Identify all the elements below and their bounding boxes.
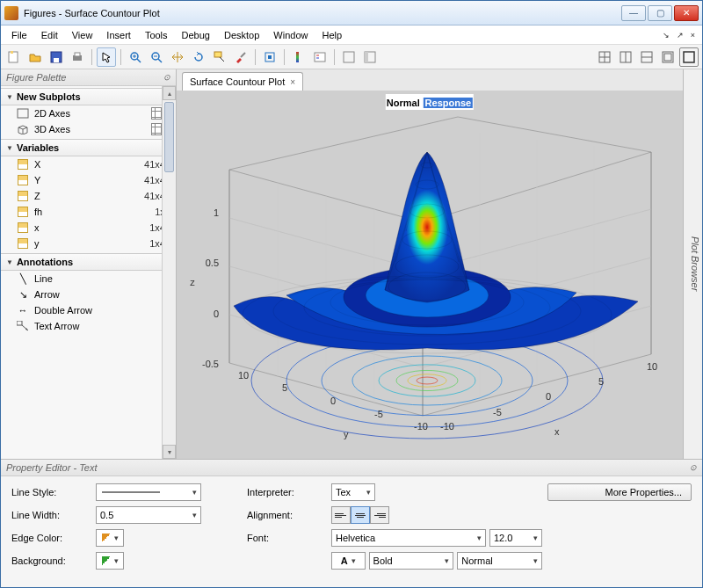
font-family-select[interactable]: Helvetica <box>331 529 486 547</box>
label-alignment: Alignment: <box>247 510 326 520</box>
section-annotations[interactable]: Annotations <box>1 253 176 271</box>
label-interpreter: Interpreter: <box>247 487 326 497</box>
interpreter-select[interactable]: Tex <box>331 483 375 501</box>
figure-title[interactable]: Normal Response <box>386 94 474 110</box>
new-figure-icon[interactable] <box>4 47 24 67</box>
dock-close-icon[interactable]: × <box>687 29 699 41</box>
var-row[interactable]: Z41x41 <box>1 188 176 204</box>
palette-scrollbar[interactable]: ▴▾ <box>162 86 176 459</box>
zoom-in-icon[interactable] <box>126 47 145 67</box>
menu-desktop[interactable]: Desktop <box>217 27 266 43</box>
var-row[interactable]: Y41x41 <box>1 172 176 188</box>
edgecolor-picker[interactable] <box>96 529 124 547</box>
save-icon[interactable] <box>47 47 66 67</box>
tile-1-icon[interactable] <box>595 47 614 67</box>
palette-collapse-icon[interactable]: ⊙ <box>163 73 170 82</box>
legend-icon[interactable] <box>310 47 330 67</box>
svg-rect-19 <box>315 53 325 62</box>
maximize-button[interactable]: ▢ <box>648 5 672 21</box>
minimize-button[interactable]: — <box>621 5 646 21</box>
dock-undock-icon[interactable]: ↗ <box>673 29 687 41</box>
svg-line-15 <box>241 53 245 57</box>
property-editor: Property Editor - Text⊙ Line Style: Inte… <box>1 459 702 588</box>
menu-insert[interactable]: Insert <box>99 27 138 43</box>
menu-window[interactable]: Window <box>266 27 315 43</box>
anno-line[interactable]: ╲Line <box>1 271 176 287</box>
linewidth-select[interactable]: 0.5 <box>96 506 201 524</box>
menu-view[interactable]: View <box>65 27 100 43</box>
dock-min-icon[interactable]: ↘ <box>659 29 673 41</box>
pointer-icon[interactable] <box>97 47 116 67</box>
menu-tools[interactable]: Tools <box>138 27 175 43</box>
brush-icon[interactable] <box>231 47 250 67</box>
more-properties-button[interactable]: More Properties... <box>547 483 692 501</box>
variable-icon <box>18 191 28 201</box>
menu-debug[interactable]: Debug <box>175 27 217 43</box>
var-row[interactable]: x1x41 <box>1 220 176 236</box>
tile-5-icon[interactable] <box>679 47 699 67</box>
svg-line-11 <box>158 59 162 62</box>
toolbar <box>1 45 702 69</box>
window-titlebar: Figures - Surface Countour Plot — ▢ ✕ <box>1 1 702 25</box>
subplot-3d[interactable]: 3D Axes▶ <box>1 121 176 137</box>
font-color-picker[interactable]: A <box>331 552 366 570</box>
align-right-button[interactable] <box>370 506 389 524</box>
figure-tab[interactable]: Surface Countour Plot× <box>182 72 303 91</box>
anno-doublearrow[interactable]: ↔Double Arrow <box>1 302 176 318</box>
linestyle-select[interactable] <box>96 483 201 501</box>
svg-point-42 <box>379 365 475 396</box>
var-row[interactable]: X41x41 <box>1 156 176 172</box>
var-row[interactable]: y1x41 <box>1 236 176 251</box>
xlabel: x <box>554 426 560 437</box>
plot-area: Surface Countour Plot× Normal Response <box>177 69 683 459</box>
anno-arrow[interactable]: ↘Arrow <box>1 287 176 302</box>
font-style-select[interactable]: Normal <box>457 552 542 570</box>
svg-rect-3 <box>54 58 59 62</box>
link-icon[interactable] <box>260 47 279 67</box>
font-size-select[interactable]: 12.0 <box>489 529 542 547</box>
svg-text:10: 10 <box>238 370 249 381</box>
app-icon <box>4 6 18 20</box>
rotate-icon[interactable] <box>189 47 208 67</box>
svg-point-41 <box>352 356 502 405</box>
propeditor-collapse-icon[interactable]: ⊙ <box>690 463 697 472</box>
menu-file[interactable]: File <box>4 27 34 43</box>
section-new-subplots[interactable]: New Subplots <box>1 88 176 105</box>
axes-canvas[interactable]: Normal Response <box>177 91 683 459</box>
show-tools-icon[interactable] <box>360 47 380 67</box>
svg-text:0: 0 <box>330 396 336 406</box>
font-weight-select[interactable]: Bold <box>369 552 454 570</box>
tile-2-icon[interactable] <box>616 47 635 67</box>
background-picker[interactable] <box>96 552 124 570</box>
menu-edit[interactable]: Edit <box>34 27 65 43</box>
tile-3-icon[interactable] <box>637 47 656 67</box>
tile-4-icon[interactable] <box>658 47 678 67</box>
svg-rect-18 <box>296 52 299 62</box>
svg-text:5: 5 <box>282 382 287 393</box>
svg-text:5: 5 <box>598 376 604 387</box>
align-center-button[interactable] <box>351 506 370 524</box>
print-icon[interactable] <box>68 47 87 67</box>
zoom-out-icon[interactable] <box>147 47 166 67</box>
section-variables[interactable]: Variables <box>1 139 176 156</box>
svg-point-45 <box>417 377 438 384</box>
svg-text:10: 10 <box>647 361 657 372</box>
colorbar-icon[interactable] <box>289 47 308 67</box>
pan-icon[interactable] <box>168 47 187 67</box>
label-font: Font: <box>247 533 326 543</box>
datacursor-icon[interactable] <box>210 47 229 67</box>
tab-close-icon[interactable]: × <box>290 77 295 87</box>
close-button[interactable]: ✕ <box>674 5 699 21</box>
svg-text:-0.5: -0.5 <box>202 359 219 369</box>
plot-browser-panel[interactable]: Plot Browser <box>683 69 702 459</box>
open-icon[interactable] <box>25 47 45 67</box>
subplot-2d[interactable]: 2D Axes▶ <box>1 105 176 121</box>
svg-rect-33 <box>664 54 671 61</box>
anno-textarrow[interactable]: Text Arrow <box>1 318 176 334</box>
var-row[interactable]: fh1x1 <box>1 204 176 220</box>
svg-rect-36 <box>17 321 22 325</box>
svg-text:-5: -5 <box>374 409 383 419</box>
hide-tools-icon[interactable] <box>339 47 359 67</box>
align-left-button[interactable] <box>331 506 351 524</box>
menu-help[interactable]: Help <box>315 27 349 43</box>
